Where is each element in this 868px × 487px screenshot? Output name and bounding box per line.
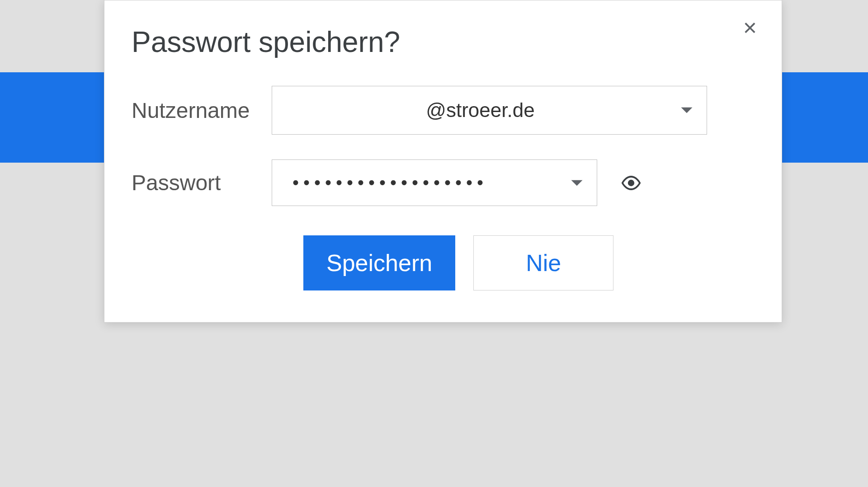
save-password-dialog: × Passwort speichern? Nutzername Passwor… [104, 0, 782, 323]
password-input-wrapper [272, 159, 597, 206]
username-input[interactable] [272, 86, 707, 135]
password-label: Passwort [132, 170, 258, 195]
password-row: Passwort [132, 159, 755, 206]
username-input-wrapper [272, 86, 707, 135]
show-password-button[interactable] [618, 173, 645, 192]
eye-icon [622, 173, 641, 192]
chevron-down-icon[interactable] [680, 106, 693, 114]
close-icon: × [743, 14, 757, 41]
dialog-actions: Speichern Nie [132, 235, 755, 290]
chevron-down-icon[interactable] [570, 179, 584, 187]
username-label: Nutzername [132, 98, 258, 123]
save-button[interactable]: Speichern [303, 235, 455, 290]
close-button[interactable]: × [736, 14, 764, 41]
svg-point-0 [629, 180, 634, 185]
password-input[interactable] [272, 159, 597, 206]
username-row: Nutzername [132, 86, 755, 135]
dialog-title: Passwort speichern? [132, 25, 755, 59]
never-button[interactable]: Nie [473, 235, 613, 290]
